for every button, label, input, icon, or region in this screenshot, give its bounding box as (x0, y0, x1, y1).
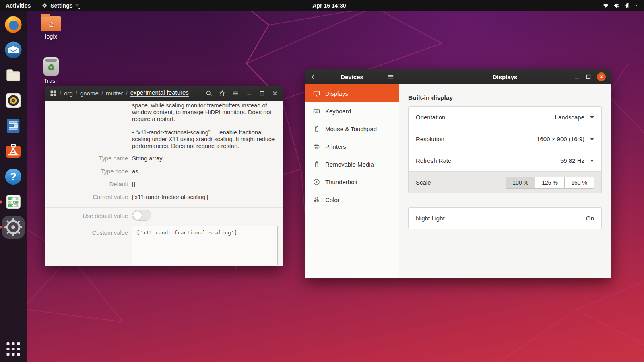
path-segment-experimental-features[interactable]: experimental-features (130, 89, 189, 97)
volume-icon (613, 2, 619, 9)
menu-icon[interactable] (388, 74, 394, 80)
field-row: Default[] (45, 178, 283, 191)
app-grid-icon (50, 90, 56, 97)
caret-down-icon (634, 3, 638, 8)
scale-option-125%[interactable]: 125 % (535, 177, 565, 189)
field-value: as (132, 168, 283, 175)
mouse-icon (313, 125, 320, 132)
description-paragraph: space, while scaling monitor framebuffer… (132, 102, 280, 123)
settings-sidebar: DisplaysKeyboardMouse & TouchpadPrinters… (305, 84, 399, 278)
use-default-row: Use default value (45, 210, 283, 222)
dock-item-files[interactable] (4, 66, 23, 84)
sidebar-item-label: Thunderbolt (325, 179, 357, 185)
path-segment-mutter[interactable]: mutter (106, 90, 123, 97)
thunderbolt-icon (313, 179, 320, 185)
scale-option-100%[interactable]: 100 % (506, 177, 535, 189)
dock-item-thunderbird[interactable] (4, 41, 23, 59)
sidebar-item-thunderbolt[interactable]: Thunderbolt (305, 173, 399, 191)
folder-home-icon: ⌂ (41, 16, 61, 31)
sidebar-item-displays[interactable]: Displays (305, 84, 399, 102)
dock-item-rhythmbox[interactable] (4, 91, 23, 110)
night-light-card: Night Light On (408, 207, 602, 229)
setting-value-text: Landscape (555, 114, 584, 121)
desktop-icon-trash[interactable]: ♻ Trash (38, 57, 64, 84)
close-icon[interactable] (272, 90, 278, 97)
breadcrumb: /org/gnome/mutter/experimental-features (60, 89, 189, 97)
running-indicator (0, 226, 2, 229)
settings-window: Devices Displays DisplaysKeyboardMouse &… (305, 69, 611, 278)
scale-option-150%[interactable]: 150 % (564, 177, 594, 189)
dconf-titlebar[interactable]: /org/gnome/mutter/experimental-features (45, 86, 283, 101)
field-row: Type codeas (45, 165, 283, 178)
field-row: Current value['x11-randr-fractional-scal… (45, 191, 283, 204)
maximize-icon[interactable] (259, 90, 265, 97)
displays-panel: Built-in display OrientationLandscapeRes… (399, 84, 611, 278)
close-icon[interactable] (597, 72, 606, 81)
path-separator: / (76, 90, 77, 97)
activities-button[interactable]: Activities (0, 0, 36, 11)
setting-value: 644 × 362 (16:9) (537, 136, 594, 142)
path-separator: / (60, 90, 61, 97)
titlebar-actions (206, 90, 239, 97)
field-label: Default (45, 181, 128, 187)
path-segment-org[interactable]: org (64, 90, 73, 97)
dock-item-libreoffice-writer[interactable] (4, 117, 23, 135)
gear-icon (42, 3, 47, 8)
show-applications-button[interactable] (7, 342, 20, 356)
window-controls (574, 72, 606, 81)
settings-header-right[interactable]: Displays (399, 69, 611, 84)
running-indicator (0, 201, 2, 204)
night-light-status: On (586, 215, 594, 222)
dock-item-dconf-editor[interactable] (4, 193, 23, 211)
bookmark-star-icon[interactable] (219, 90, 225, 97)
keyboard-icon (313, 108, 320, 115)
caret-down-icon (590, 138, 594, 140)
custom-value-input[interactable]: ['x11-randr-fractional-scaling'] (132, 226, 278, 265)
sidebar-item-keyboard[interactable]: Keyboard (305, 102, 399, 120)
dconf-body: space, while scaling monitor framebuffer… (45, 101, 283, 266)
sidebar-item-label: Printers (325, 143, 346, 150)
path-separator: / (101, 90, 103, 97)
app-menu-label: Settings (50, 2, 72, 9)
field-label: Type name (45, 155, 128, 162)
setting-row-resolution[interactable]: Resolution1600 × 900 (16:9) (409, 128, 601, 150)
field-value: [] (132, 181, 283, 187)
sidebar-item-label: Keyboard (325, 108, 351, 115)
night-light-row[interactable]: Night Light On (409, 208, 601, 229)
nav-title: Devices (305, 74, 399, 80)
sidebar-item-mouse-touchpad[interactable]: Mouse & Touchpad (305, 120, 399, 138)
field-value: String array (132, 155, 283, 162)
field-row: Type nameString array (45, 152, 283, 165)
setting-row-orientation[interactable]: OrientationLandscape (409, 107, 601, 128)
desktop-icon-label: Trash (38, 78, 64, 84)
key-fields: Type nameString arrayType codeasDefault[… (45, 152, 283, 204)
search-icon[interactable] (206, 90, 212, 97)
dconf-editor-window: /org/gnome/mutter/experimental-features … (45, 86, 283, 266)
use-default-toggle[interactable] (132, 210, 151, 221)
caret-down-icon (590, 160, 594, 162)
sidebar-item-label: Color (325, 196, 340, 203)
minimize-icon[interactable] (574, 74, 580, 80)
clock[interactable]: Apr 16 14:30 (312, 2, 346, 9)
dock-item-firefox[interactable] (4, 15, 23, 34)
system-status-area[interactable] (603, 2, 644, 9)
dock-item-ubuntu-software[interactable] (4, 142, 23, 160)
desktop-icon-logix[interactable]: ⌂ logix (38, 16, 64, 40)
sidebar-item-removable-media[interactable]: Removable Media (305, 155, 399, 173)
svg-text:?: ? (10, 171, 17, 182)
dock-item-help[interactable]: ? (4, 167, 23, 186)
field-label: Type code (45, 168, 128, 175)
key-description: space, while scaling monitor framebuffer… (132, 102, 280, 150)
minimize-icon[interactable] (246, 90, 252, 97)
maximize-icon[interactable] (585, 74, 592, 80)
menu-icon[interactable] (232, 90, 239, 97)
setting-value-text: 59.82 Hz (560, 157, 584, 164)
dock-item-settings[interactable] (4, 218, 23, 237)
sidebar-item-color[interactable]: Color (305, 191, 399, 208)
app-menu-button[interactable]: Settings (36, 0, 85, 11)
sidebar-item-printers[interactable]: Printers (305, 138, 399, 155)
section-title: Built-in display (408, 94, 602, 101)
path-segment-gnome[interactable]: gnome (80, 90, 99, 97)
setting-row-refresh-rate[interactable]: Refresh Rate59.82 Hz (409, 150, 601, 171)
back-button[interactable] (310, 74, 316, 80)
